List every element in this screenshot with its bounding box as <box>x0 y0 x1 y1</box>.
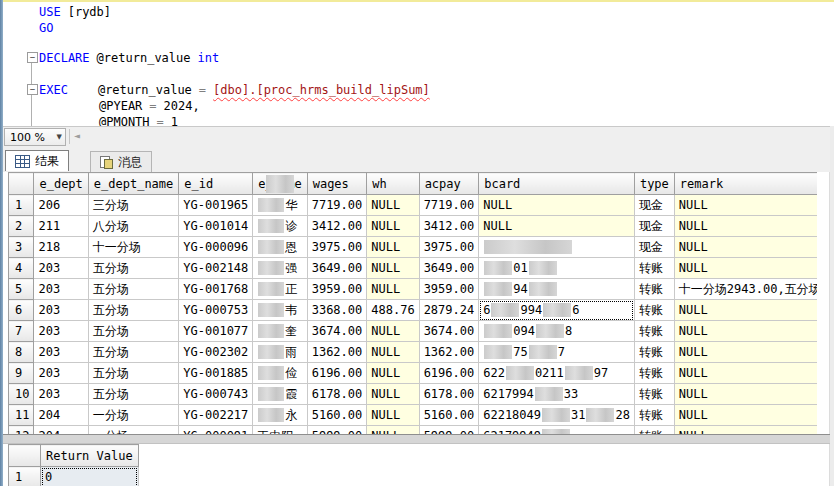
column-header-bcard[interactable]: bcard <box>479 173 635 195</box>
cell-e_dept_name[interactable]: 三分场 <box>88 195 178 216</box>
tab-messages[interactable]: 消息 <box>90 151 152 172</box>
row-number[interactable]: 6 <box>9 300 34 321</box>
cell-bcard[interactable]: 62179949 <box>479 426 635 435</box>
cell-type[interactable]: 转账 <box>634 363 674 384</box>
cell-wages[interactable]: 3649.00 <box>307 258 367 279</box>
column-header-e_id[interactable]: e_id <box>179 173 253 195</box>
cell-acpay[interactable]: 3975.00 <box>419 237 479 258</box>
cell-e_dept[interactable]: 204 <box>34 405 88 426</box>
cell-type[interactable]: 转账 <box>634 258 674 279</box>
cell-wages[interactable]: 5160.00 <box>307 405 367 426</box>
cell-wh[interactable]: NULL <box>367 216 419 237</box>
zoom-level-select[interactable]: 100 % ▼ <box>4 128 66 146</box>
cell-remark[interactable]: NULL <box>674 237 817 258</box>
cell-e_dept[interactable]: 203 <box>34 363 88 384</box>
cell-e_dept[interactable]: 218 <box>34 237 88 258</box>
cell-type[interactable]: 转账 <box>634 321 674 342</box>
cell-e_id[interactable]: YG-000091 <box>179 426 253 435</box>
cell-wh[interactable]: NULL <box>367 363 419 384</box>
cell-bcard[interactable]: 621799433 <box>479 384 635 405</box>
row-number[interactable]: 3 <box>9 237 34 258</box>
cell-acpay[interactable]: 2879.24 <box>419 300 479 321</box>
results-splitter[interactable] <box>3 434 830 444</box>
cell-e_id[interactable]: YG-002217 <box>179 405 253 426</box>
cell-e_id[interactable]: YG-001965 <box>179 195 253 216</box>
cell-type[interactable]: 转账 <box>634 384 674 405</box>
column-header-wages[interactable]: wages <box>307 173 367 195</box>
cell-e_dept[interactable]: 211 <box>34 216 88 237</box>
cell-remark[interactable]: NULL <box>674 342 817 363</box>
cell-type[interactable]: 转账 <box>634 342 674 363</box>
column-header-wh[interactable]: wh <box>367 173 419 195</box>
cell-acpay[interactable]: 3959.00 <box>419 279 479 300</box>
cell-e_id[interactable]: YG-000753 <box>179 300 253 321</box>
corner-header[interactable] <box>9 173 34 195</box>
cell-e_name[interactable]: 强 <box>253 258 307 279</box>
cell-acpay[interactable]: 3412.00 <box>419 216 479 237</box>
cell-e_id[interactable]: YG-000096 <box>179 237 253 258</box>
row-number[interactable]: 1 <box>9 195 34 216</box>
cell-e_id[interactable]: YG-001014 <box>179 216 253 237</box>
cell-e_name[interactable]: 霞 <box>253 384 307 405</box>
cell-wages[interactable]: 6196.00 <box>307 363 367 384</box>
cell-bcard[interactable]: 757 <box>479 342 635 363</box>
cell-remark[interactable]: NULL <box>674 216 817 237</box>
row-number[interactable]: 2 <box>9 216 34 237</box>
cell-bcard[interactable]: NULL <box>479 216 635 237</box>
cell-type[interactable]: 现金 <box>634 195 674 216</box>
cell-e_id[interactable]: YG-000743 <box>179 384 253 405</box>
cell-e_name[interactable]: 雨 <box>253 342 307 363</box>
cell-e_dept_name[interactable]: 十一分场 <box>88 237 178 258</box>
collapse-toggle-declare[interactable]: − <box>27 52 38 63</box>
cell-acpay[interactable]: 3674.00 <box>419 321 479 342</box>
cell-acpay[interactable]: 5160.00 <box>419 405 479 426</box>
cell-wages[interactable]: 3975.00 <box>307 237 367 258</box>
row-number[interactable]: 5 <box>9 279 34 300</box>
column-header-e_dept_name[interactable]: e_dept_name <box>88 173 178 195</box>
cell-wh[interactable]: NULL <box>367 405 419 426</box>
cell-wh[interactable]: NULL <box>367 426 419 435</box>
cell-wh[interactable]: NULL <box>367 279 419 300</box>
cell-wages[interactable]: 3368.00 <box>307 300 367 321</box>
cell-e_dept_name[interactable]: 五分场 <box>88 321 178 342</box>
column-header-type[interactable]: type <box>634 173 674 195</box>
cell-acpay[interactable]: 1362.00 <box>419 342 479 363</box>
cell-wh[interactable]: NULL <box>367 342 419 363</box>
tab-results[interactable]: 结果 <box>5 150 69 171</box>
cell-e_name[interactable]: 诊 <box>253 216 307 237</box>
cell-e_dept[interactable]: 203 <box>34 258 88 279</box>
row-number[interactable]: 10 <box>9 384 34 405</box>
cell-wh[interactable]: NULL <box>367 195 419 216</box>
cell-e_dept[interactable]: 203 <box>34 279 88 300</box>
cell-wh[interactable]: 488.76 <box>367 300 419 321</box>
cell-wh[interactable]: NULL <box>367 321 419 342</box>
cell-type[interactable]: 转账 <box>634 300 674 321</box>
cell-remark[interactable]: NULL <box>674 321 817 342</box>
cell-remark[interactable]: NULL <box>674 405 817 426</box>
cell-bcard[interactable]: 01 <box>479 258 635 279</box>
cell-type[interactable]: 现金 <box>634 237 674 258</box>
cell-type[interactable]: 转账 <box>634 426 674 435</box>
cell-wh[interactable]: NULL <box>367 384 419 405</box>
cell-bcard[interactable]: NULL <box>479 195 635 216</box>
cell-remark[interactable]: NULL <box>674 258 817 279</box>
cell-e_id[interactable]: YG-001885 <box>179 363 253 384</box>
cell-e_name[interactable]: 正 <box>253 279 307 300</box>
row-number[interactable]: 9 <box>9 363 34 384</box>
cell-e_name[interactable]: 俭 <box>253 363 307 384</box>
cell-value[interactable]: 0 <box>41 467 139 486</box>
cell-e_dept_name[interactable]: 五分场 <box>88 258 178 279</box>
scroll-left-icon[interactable]: ◄ <box>74 130 80 141</box>
cell-e_id[interactable]: YG-001077 <box>179 321 253 342</box>
cell-remark[interactable]: NULL <box>674 300 817 321</box>
row-number[interactable]: 4 <box>9 258 34 279</box>
column-header-e_dept[interactable]: e_dept <box>34 173 88 195</box>
cell-wages[interactable]: 6178.00 <box>307 384 367 405</box>
cell-type[interactable]: 转账 <box>634 405 674 426</box>
cell-acpay[interactable]: 3649.00 <box>419 258 479 279</box>
sql-editor[interactable]: − − USE[rydb] GO DECLARE@return_valueint… <box>3 2 830 126</box>
cell-bcard[interactable]: 94 <box>479 279 635 300</box>
cell-e_dept_name[interactable]: 五分场 <box>88 384 178 405</box>
cell-bcard[interactable]: 0948 <box>479 321 635 342</box>
cell-e_dept[interactable]: 203 <box>34 384 88 405</box>
